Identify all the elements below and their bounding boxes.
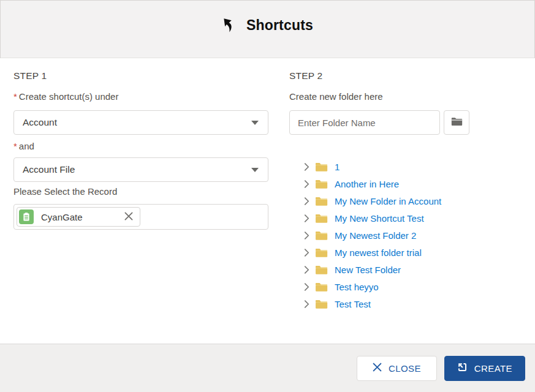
- parent-object-select[interactable]: Account: [13, 110, 268, 135]
- chevron-down-icon: [251, 168, 259, 172]
- folder-tree: 1 Another in Here: [289, 158, 523, 312]
- folder-tree-item[interactable]: My Newest Folder 2: [304, 227, 523, 244]
- folder-icon: [315, 162, 328, 172]
- folder-tree-label[interactable]: My Newest Folder 2: [335, 230, 416, 241]
- folder-icon: [315, 247, 328, 258]
- close-icon: [373, 363, 382, 374]
- folder-tree-item[interactable]: Test Test: [304, 295, 523, 312]
- new-folder-label: Create new folder here: [289, 91, 523, 103]
- chevron-right-icon[interactable]: [304, 163, 309, 171]
- chevron-down-icon: [251, 121, 259, 125]
- record-icon: [19, 209, 34, 224]
- step1-heading: STEP 1: [13, 70, 268, 82]
- folder-tree-label[interactable]: 1: [335, 162, 340, 172]
- pop-in-icon: [457, 362, 468, 374]
- folder-tree-label[interactable]: Test heyyo: [335, 282, 379, 292]
- folder-tree-item[interactable]: Another in Here: [304, 175, 523, 192]
- chevron-right-icon[interactable]: [304, 180, 309, 188]
- folder-tree-label[interactable]: My New Folder in Account: [335, 196, 441, 206]
- folder-tree-item[interactable]: 1: [304, 158, 523, 175]
- folder-icon: [315, 230, 328, 241]
- selected-record-pill: CyanGate: [17, 207, 140, 227]
- required-asterisk: *: [13, 141, 17, 151]
- folder-icon: [315, 179, 328, 189]
- record-lookup-field[interactable]: CyanGate: [13, 204, 268, 230]
- file-object-select[interactable]: Account File: [13, 157, 268, 182]
- folder-tree-label[interactable]: Test Test: [335, 299, 371, 309]
- remove-record-button[interactable]: [123, 211, 134, 224]
- dialog-footer: CLOSE CREATE: [0, 344, 535, 392]
- folder-icon: [315, 213, 328, 224]
- required-asterisk: *: [13, 91, 17, 102]
- shortcuts-dialog: Shortcuts STEP 1 *Create shortcut(s) und…: [0, 0, 535, 392]
- folder-tree-item[interactable]: My New Shortcut Test: [304, 209, 523, 227]
- dialog-header: Shortcuts: [0, 0, 535, 58]
- parent-object-label: *Create shortcut(s) under: [13, 91, 268, 103]
- folder-tree-item[interactable]: My newest folder trial: [304, 244, 523, 261]
- folder-tree-item[interactable]: New Test Folder: [304, 261, 523, 278]
- create-folder-button[interactable]: [444, 110, 469, 135]
- chevron-right-icon[interactable]: [304, 232, 309, 239]
- folder-icon: [451, 117, 463, 128]
- folder-icon: [315, 299, 328, 309]
- step2-heading: STEP 2: [289, 70, 523, 82]
- folder-icon: [315, 282, 328, 292]
- shortcut-arrow-icon: [222, 17, 238, 34]
- file-object-value: Account File: [23, 164, 75, 175]
- folder-icon: [315, 265, 328, 275]
- folder-tree-label[interactable]: My New Shortcut Test: [335, 213, 424, 224]
- chevron-right-icon[interactable]: [304, 214, 309, 222]
- chevron-right-icon[interactable]: [304, 300, 309, 308]
- folder-tree-item[interactable]: My New Folder in Account: [304, 192, 523, 209]
- folder-tree-label[interactable]: New Test Folder: [335, 265, 401, 275]
- folder-name-input[interactable]: [289, 110, 440, 135]
- new-folder-row: [289, 110, 523, 135]
- record-label: Please Select the Record: [13, 186, 268, 198]
- and-label: *and: [13, 140, 268, 153]
- chevron-right-icon[interactable]: [304, 197, 309, 205]
- parent-object-value: Account: [23, 117, 57, 128]
- folder-tree-item[interactable]: Test heyyo: [304, 278, 523, 295]
- step1-section: STEP 1 *Create shortcut(s) under Account…: [13, 70, 268, 230]
- step2-section: STEP 2 Create new folder here: [289, 70, 523, 312]
- dialog-title: Shortcuts: [246, 17, 313, 34]
- chevron-right-icon[interactable]: [304, 266, 309, 274]
- folder-icon: [315, 196, 328, 206]
- selected-record-name: CyanGate: [41, 212, 83, 222]
- folder-tree-label[interactable]: My newest folder trial: [335, 247, 422, 258]
- dialog-body: STEP 1 *Create shortcut(s) under Account…: [0, 58, 535, 344]
- close-button[interactable]: CLOSE: [357, 356, 437, 381]
- create-button[interactable]: CREATE: [444, 356, 525, 381]
- chevron-right-icon[interactable]: [304, 249, 309, 257]
- folder-tree-label[interactable]: Another in Here: [335, 179, 399, 189]
- chevron-right-icon[interactable]: [304, 283, 309, 291]
- close-icon: [124, 212, 133, 222]
